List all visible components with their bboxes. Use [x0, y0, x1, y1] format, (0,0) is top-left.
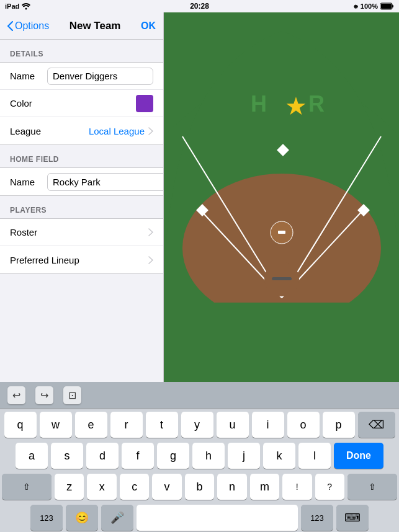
key-r[interactable]: r: [110, 412, 143, 438]
key-c[interactable]: c: [120, 474, 149, 500]
svg-rect-2: [392, 5, 393, 7]
status-time: 20:28: [190, 2, 209, 11]
roster-chevron-icon: [148, 228, 153, 236]
key-space[interactable]: [137, 505, 298, 531]
key-z[interactable]: z: [55, 474, 84, 500]
key-j[interactable]: j: [228, 443, 260, 469]
key-backspace[interactable]: ⌫: [358, 412, 395, 438]
status-left: iPad: [5, 2, 30, 10]
right-panel: Current Game Strikes Outs Home: [164, 12, 399, 382]
roster-row[interactable]: Roster: [0, 219, 163, 246]
form-content: DETAILS Name Color L: [0, 40, 163, 382]
players-section-header: PLAYERS: [0, 196, 163, 218]
ok-button[interactable]: OK: [141, 20, 156, 32]
color-row[interactable]: Color: [0, 90, 163, 117]
key-p[interactable]: p: [323, 412, 355, 438]
keyboard-rows: q w e r t y u i o p ⌫ a s d f g h j k l …: [0, 409, 399, 532]
lineup-label: Preferred Lineup: [10, 255, 79, 265]
paste-button[interactable]: ⊡: [63, 386, 81, 404]
key-a[interactable]: a: [16, 443, 48, 469]
minus-icon: [272, 277, 292, 280]
key-shift-left[interactable]: ⇧: [2, 474, 52, 500]
key-q[interactable]: q: [4, 412, 37, 438]
key-question[interactable]: ?: [315, 474, 344, 500]
bluetooth-icon: ⎈: [354, 2, 358, 10]
nav-title: New Team: [69, 20, 121, 32]
players-form-group: Roster Preferred Lineup: [0, 218, 163, 274]
key-t[interactable]: t: [146, 412, 178, 438]
left-panel: Options New Team OK DETAILS Name Color: [0, 12, 164, 382]
home-field-name-row: Name ✕: [0, 168, 163, 195]
keyboard-toolbar: ↩ ↪ ⊡: [0, 382, 399, 409]
back-label: Options: [15, 20, 49, 32]
carrier-label: iPad: [5, 2, 19, 10]
key-numbers-right[interactable]: 123: [301, 505, 333, 531]
back-chevron-icon: [7, 21, 14, 31]
key-f[interactable]: f: [122, 443, 154, 469]
league-value: Local League: [47, 126, 145, 136]
battery-icon: [380, 2, 394, 10]
home-field-name-input[interactable]: [53, 177, 163, 187]
key-b[interactable]: b: [185, 474, 214, 500]
back-button[interactable]: Options: [7, 20, 49, 32]
name-input-wrap[interactable]: [47, 68, 153, 85]
battery-label: 100%: [361, 2, 378, 10]
key-n[interactable]: n: [217, 474, 246, 500]
key-emoji[interactable]: 😊: [66, 505, 98, 531]
home-field-input-wrap[interactable]: ✕: [47, 173, 163, 191]
key-numbers[interactable]: 123: [30, 505, 63, 531]
key-row-4: 123 😊 🎤 123 ⌨: [2, 505, 397, 531]
league-chevron-icon: [148, 127, 153, 135]
name-label: Name: [10, 71, 47, 81]
main-container: Options New Team OK DETAILS Name Color: [0, 12, 399, 382]
key-d[interactable]: d: [86, 443, 119, 469]
key-k[interactable]: k: [263, 443, 295, 469]
color-swatch[interactable]: [136, 95, 153, 112]
name-row: Name: [0, 63, 163, 90]
team-name-input[interactable]: [53, 71, 148, 81]
redo-button[interactable]: ↪: [35, 386, 53, 404]
undo-button[interactable]: ↩: [7, 386, 25, 404]
key-row-2: a s d f g h j k l Done: [2, 443, 397, 469]
pitchers-rubber: [278, 231, 285, 234]
key-row-1: q w e r t y u i o p ⌫: [2, 412, 397, 438]
key-m[interactable]: m: [250, 474, 279, 500]
status-bar: iPad 20:28 ⎈ 100%: [0, 0, 399, 12]
key-g[interactable]: g: [157, 443, 189, 469]
keyboard-area: ↩ ↪ ⊡ q w e r t y u i o p ⌫ a s d f g h …: [0, 382, 399, 532]
home-field-form-group: Name ✕: [0, 167, 163, 196]
key-i[interactable]: i: [252, 412, 284, 438]
baseball-field: H ★ R: [164, 12, 399, 382]
lineup-row[interactable]: Preferred Lineup: [0, 246, 163, 273]
key-s[interactable]: s: [51, 443, 83, 469]
hr-text: H: [251, 91, 267, 117]
key-l[interactable]: l: [298, 443, 331, 469]
status-right: ⎈ 100%: [354, 2, 394, 10]
field-svg: H ★ R: [164, 12, 399, 303]
hr-r-text: R: [308, 91, 325, 117]
key-row-3: ⇧ z x c v b n m ! ? ⇧: [2, 474, 397, 500]
key-u[interactable]: u: [217, 412, 249, 438]
details-form-group: Name Color League Local League: [0, 62, 163, 145]
key-keyboard[interactable]: ⌨: [336, 505, 369, 531]
key-y[interactable]: y: [181, 412, 213, 438]
roster-label: Roster: [10, 227, 37, 237]
key-x[interactable]: x: [87, 474, 116, 500]
key-e[interactable]: e: [75, 412, 107, 438]
key-h[interactable]: h: [192, 443, 225, 469]
color-label: Color: [10, 98, 47, 109]
key-mic[interactable]: 🎤: [101, 505, 133, 531]
wifi-icon: [22, 2, 30, 10]
key-o[interactable]: o: [287, 412, 320, 438]
nav-bar: Options New Team OK: [0, 12, 163, 40]
svg-rect-3: [381, 4, 392, 9]
league-label: League: [10, 126, 47, 136]
key-shift-right[interactable]: ⇧: [347, 474, 397, 500]
done-button[interactable]: Done: [334, 443, 383, 469]
key-w[interactable]: w: [40, 412, 72, 438]
key-v[interactable]: v: [152, 474, 181, 500]
hr-star: ★: [285, 92, 307, 120]
league-row[interactable]: League Local League: [0, 117, 163, 144]
lineup-chevron-icon: [148, 256, 153, 264]
key-exclaim[interactable]: !: [282, 474, 312, 500]
